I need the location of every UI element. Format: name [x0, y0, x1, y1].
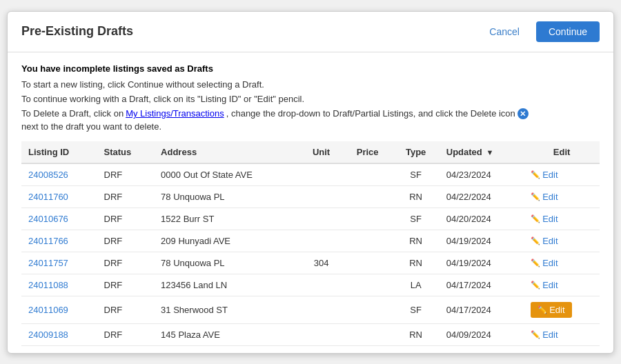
- col-listing-id: Listing ID: [21, 141, 97, 163]
- info-line2: To start a new listing, click Continue w…: [21, 79, 600, 90]
- pencil-icon: ✏️: [531, 281, 540, 290]
- type-cell: LA: [392, 274, 439, 296]
- status-cell: DRF: [97, 163, 155, 186]
- status-cell: DRF: [97, 296, 155, 323]
- status-cell: DRF: [97, 323, 155, 345]
- modal-header: Pre-Existing Drafts Cancel Continue: [8, 12, 613, 52]
- status-cell: DRF: [97, 208, 155, 230]
- unit-cell: [299, 296, 343, 323]
- address-cell: 145 Plaza AVE: [154, 323, 299, 345]
- status-cell: DRF: [97, 252, 155, 274]
- unit-cell: 304: [299, 252, 343, 274]
- updated-cell: 04/23/2024: [440, 163, 524, 186]
- table-row: 24011069DRF31 Sherwood STSF04/17/2024✏️ …: [21, 296, 600, 323]
- listing-id-link[interactable]: 24011069: [28, 305, 68, 315]
- price-cell: [343, 252, 393, 274]
- listing-id-link[interactable]: 24011766: [28, 236, 68, 246]
- updated-cell: 04/22/2024: [440, 185, 524, 208]
- status-cell: DRF: [97, 185, 155, 208]
- price-cell: [343, 323, 393, 345]
- updated-cell: 04/17/2024: [440, 296, 524, 323]
- edit-button[interactable]: ✏️ Edit: [531, 236, 558, 246]
- listing-id-link[interactable]: 24010676: [28, 214, 68, 224]
- pre-existing-drafts-modal: Pre-Existing Drafts Cancel Continue You …: [7, 11, 614, 354]
- type-cell: SF: [392, 296, 439, 323]
- edit-button[interactable]: ✏️ Edit: [531, 280, 558, 290]
- unit-cell: [299, 323, 343, 345]
- edit-button[interactable]: ✏️ Edit: [531, 330, 558, 340]
- edit-cell: ✏️ Edit: [524, 230, 600, 252]
- listing-id-link[interactable]: 24011757: [28, 258, 68, 268]
- type-cell: RN: [392, 323, 439, 345]
- edit-cell: ✏️ Edit: [524, 185, 600, 208]
- col-address: Address: [154, 141, 299, 163]
- delete-note-suffix2: next to the draft you want to delete.: [21, 121, 161, 132]
- edit-button[interactable]: ✏️ Edit: [531, 170, 558, 180]
- address-cell: 78 Unquowa PL: [154, 252, 299, 274]
- col-price: Price: [343, 141, 393, 163]
- updated-cell: 04/20/2024: [440, 208, 524, 230]
- edit-cell: ✏️ Edit: [524, 274, 600, 296]
- updated-cell: 04/19/2024: [440, 252, 524, 274]
- col-unit: Unit: [299, 141, 343, 163]
- price-cell: [343, 230, 393, 252]
- address-cell: 123456 Land LN: [154, 274, 299, 296]
- pencil-icon: ✏️: [531, 214, 540, 223]
- delete-note: To Delete a Draft, click on My Listings/…: [21, 108, 600, 132]
- table-row: 24008526DRF0000 Out Of State AVESF04/23/…: [21, 163, 600, 186]
- edit-cell: ✏️ Edit: [524, 323, 600, 345]
- listing-id-link[interactable]: 24011088: [28, 280, 68, 290]
- type-cell: RN: [392, 252, 439, 274]
- table-row: 24011760DRF78 Unquowa PLRN04/22/2024✏️ E…: [21, 185, 600, 208]
- delete-note-suffix1: , change the drop-down to Draft/Partial …: [226, 108, 515, 119]
- pencil-icon: ✏️: [531, 170, 540, 179]
- address-cell: 1522 Burr ST: [154, 208, 299, 230]
- unit-cell: [299, 163, 343, 186]
- edit-cell: ✏️ Edit: [524, 296, 600, 323]
- updated-cell: 04/09/2024: [440, 323, 524, 345]
- type-cell: RN: [392, 185, 439, 208]
- pencil-icon: ✏️: [531, 192, 540, 201]
- listing-id-link[interactable]: 24009188: [28, 330, 68, 340]
- table-header-row: Listing ID Status Address Unit Price Typ…: [21, 141, 600, 163]
- price-cell: [343, 296, 393, 323]
- address-cell: 0000 Out Of State AVE: [154, 163, 299, 186]
- col-updated[interactable]: Updated ▼: [440, 141, 524, 163]
- price-cell: [343, 274, 393, 296]
- edit-button[interactable]: ✏️ Edit: [531, 258, 558, 268]
- status-cell: DRF: [97, 230, 155, 252]
- unit-cell: [299, 185, 343, 208]
- table-row: 24011766DRF209 Hunyadi AVERN04/19/2024✏️…: [21, 230, 600, 252]
- pencil-icon: ✏️: [531, 259, 540, 267]
- my-listings-link[interactable]: My Listings/Transactions: [126, 108, 224, 119]
- edit-button[interactable]: ✏️ Edit: [531, 192, 558, 202]
- edit-cell: ✏️ Edit: [524, 252, 600, 274]
- unit-cell: [299, 230, 343, 252]
- edit-button[interactable]: ✏️ Edit: [531, 302, 571, 318]
- col-status: Status: [97, 141, 155, 163]
- listing-id-link[interactable]: 24008526: [28, 170, 68, 180]
- pencil-icon: ✏️: [531, 236, 540, 245]
- table-row: 24011757DRF78 Unquowa PL304RN04/19/2024✏…: [21, 252, 600, 274]
- unit-cell: [299, 208, 343, 230]
- cancel-button[interactable]: Cancel: [480, 21, 529, 42]
- continue-button[interactable]: Continue: [536, 21, 600, 42]
- updated-cell: 04/17/2024: [440, 274, 524, 296]
- delete-note-prefix: To Delete a Draft, click on: [21, 108, 124, 119]
- modal-body: You have incomplete listings saved as Dr…: [8, 52, 613, 353]
- price-cell: [343, 163, 393, 186]
- address-cell: 209 Hunyadi AVE: [154, 230, 299, 252]
- info-line1: You have incomplete listings saved as Dr…: [21, 63, 600, 74]
- sort-arrow-icon: ▼: [486, 148, 493, 156]
- price-cell: [343, 208, 393, 230]
- modal-title: Pre-Existing Drafts: [21, 24, 133, 39]
- pencil-icon: ✏️: [531, 330, 540, 339]
- price-cell: [343, 185, 393, 208]
- header-buttons: Cancel Continue: [480, 21, 600, 42]
- type-cell: SF: [392, 163, 439, 186]
- info-line3: To continue working with a Draft, click …: [21, 94, 600, 104]
- edit-button[interactable]: ✏️ Edit: [531, 214, 558, 224]
- type-cell: RN: [392, 230, 439, 252]
- address-cell: 31 Sherwood ST: [154, 296, 299, 323]
- listing-id-link[interactable]: 24011760: [28, 192, 68, 202]
